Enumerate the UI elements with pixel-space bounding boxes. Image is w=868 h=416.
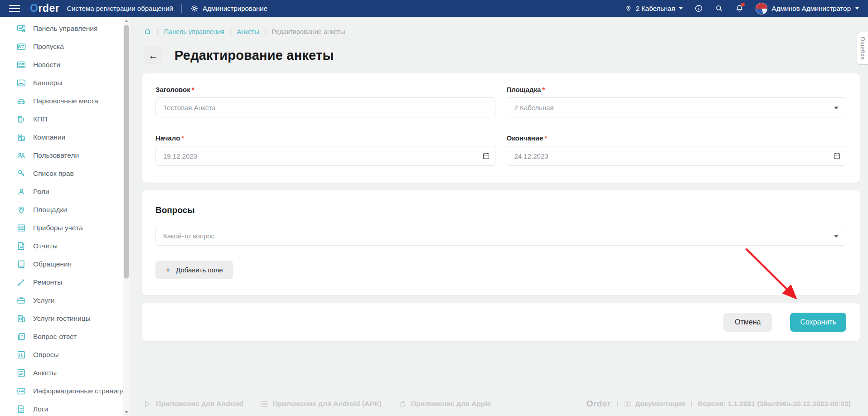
apple-icon <box>399 400 407 408</box>
sidebar-item-companies[interactable]: Компании <box>0 128 130 146</box>
user-menu[interactable]: Админов Администратор <box>756 3 859 15</box>
sidebar-item-info-pages[interactable]: Информационные страницы <box>0 382 130 400</box>
chevron-down-icon <box>679 7 683 10</box>
feedback-error-tab[interactable]: Ошибка <box>857 32 868 65</box>
breadcrumb-dashboard[interactable]: Панель управления <box>164 28 224 35</box>
field-label-title: Заголовок* <box>155 86 495 93</box>
page-title: Редактирование анкеты <box>175 48 334 63</box>
ticket-icon <box>16 259 26 269</box>
book-icon <box>624 400 631 408</box>
breadcrumb-current: Редактирование анкеты <box>272 28 345 35</box>
survey-details-card: Заголовок* Площадка* 2 Кабельная Начало* <box>142 73 860 183</box>
sidebar-item-roles[interactable]: Роли <box>0 183 130 201</box>
scrollbar-thumb[interactable] <box>124 25 129 279</box>
save-button[interactable]: Сохранить <box>790 313 846 332</box>
breadcrumb-separator: | <box>230 28 232 35</box>
sidebar-item-parking[interactable]: Парковочные места <box>0 92 130 110</box>
sidebar-item-surveys[interactable]: Анкеты <box>0 364 130 382</box>
triangle-down-icon <box>125 411 128 413</box>
info-button[interactable] <box>694 4 703 13</box>
documentation-link[interactable]: Документация <box>624 400 685 408</box>
android-apk-link[interactable]: APK Приложение для Android (APK) <box>261 400 382 408</box>
sidebar-item-faq[interactable]: ? Вопрос-ответ <box>0 328 130 346</box>
plus-icon <box>165 266 170 274</box>
breadcrumb-surveys[interactable]: Анкеты <box>237 28 259 35</box>
hamburger-menu-icon[interactable] <box>9 5 20 12</box>
triangle-up-icon <box>125 20 128 22</box>
admin-label: Администрирование <box>203 5 267 12</box>
required-mark: * <box>544 134 547 142</box>
parking-car-icon <box>16 96 26 106</box>
breadcrumb: | Панель управления | Анкеты | Редактиро… <box>144 28 868 35</box>
select-caret-icon <box>834 235 839 238</box>
notification-badge <box>741 3 745 6</box>
required-mark: * <box>181 134 184 142</box>
breadcrumb-separator: | <box>265 28 267 35</box>
question-select[interactable]: Какой-то вопрос <box>155 226 846 246</box>
sidebar-item-services[interactable]: Услуги <box>0 291 130 310</box>
site-select[interactable]: 2 Кабельная <box>507 97 847 117</box>
apple-app-link[interactable]: Приложение для Apple <box>399 400 491 408</box>
questions-section-title: Вопросы <box>155 205 846 215</box>
user-name: Админов Администратор <box>772 5 851 12</box>
top-navbar: Order Система регистрации обращений Адми… <box>0 0 868 17</box>
admin-menu[interactable]: Администрирование <box>190 4 267 13</box>
sidebar-item-meters[interactable]: Приборы учёта <box>0 219 130 237</box>
scroll-down-button[interactable] <box>123 409 130 415</box>
logs-icon <box>16 404 26 414</box>
sidebar-item-hotel-services[interactable]: Услуги гостиницы <box>0 310 130 328</box>
search-icon <box>715 4 723 13</box>
sidebar-item-tickets[interactable]: Обращения <box>0 255 130 273</box>
svg-text:?: ? <box>21 334 23 339</box>
sidebar-item-checkpoint[interactable]: КПП <box>0 110 130 128</box>
cancel-button[interactable]: Отмена <box>723 313 772 332</box>
back-button[interactable] <box>144 46 163 65</box>
sidebar-item-sites[interactable]: Площадки <box>0 201 130 219</box>
sidebar-item-news[interactable]: Новости <box>0 56 130 74</box>
android-app-link[interactable]: Приложение для Android <box>144 400 243 408</box>
info-icon <box>694 4 703 13</box>
sidebar-item-permissions[interactable]: Список прав <box>0 164 130 183</box>
questions-card: Вопросы Какой-то вопрос Добавить поле <box>142 190 860 295</box>
sidebar-item-dashboard[interactable]: Панель управления <box>0 19 130 38</box>
footer-separator: | <box>616 400 618 408</box>
start-date-input[interactable] <box>155 146 495 166</box>
brand-logo[interactable]: Order <box>30 3 59 14</box>
add-field-button[interactable]: Добавить поле <box>155 261 233 279</box>
main-content: | Панель управления | Анкеты | Редактиро… <box>130 17 868 416</box>
role-icon <box>16 187 26 197</box>
key-icon <box>16 169 26 179</box>
search-button[interactable] <box>715 4 723 13</box>
title-input[interactable] <box>155 97 495 117</box>
gear-icon <box>190 4 199 13</box>
sidebar: Панель управления Пропуска Новости Банне… <box>0 17 130 416</box>
home-icon[interactable] <box>144 28 151 35</box>
footer-separator: | <box>691 400 693 408</box>
sidebar-item-reports[interactable]: Отчёты <box>0 237 130 255</box>
scroll-up-button[interactable] <box>123 18 130 24</box>
sidebar-item-passes[interactable]: Пропуска <box>0 38 130 56</box>
select-caret-icon <box>834 107 839 110</box>
calendar-icon[interactable] <box>833 152 841 160</box>
sidebar-item-users[interactable]: Пользователи <box>0 146 130 164</box>
meter-icon <box>16 223 26 233</box>
faq-icon: ? <box>16 332 26 342</box>
calendar-icon[interactable] <box>482 152 490 160</box>
dashboard-icon <box>16 24 26 34</box>
location-pin-icon <box>16 205 26 215</box>
required-mark: * <box>542 86 545 93</box>
google-play-icon <box>144 400 151 408</box>
news-icon <box>16 60 26 70</box>
location-selector[interactable]: 2 Кабельная <box>625 5 682 12</box>
svg-text:APK: APK <box>262 403 267 405</box>
field-label-start: Начало* <box>155 134 495 142</box>
notifications-button[interactable] <box>735 4 744 13</box>
sidebar-item-banners[interactable]: Баннеры <box>0 74 130 92</box>
apk-file-icon: APK <box>261 400 268 408</box>
sidebar-item-polls[interactable]: Опросы <box>0 346 130 364</box>
survey-icon <box>16 368 26 378</box>
sidebar-item-logs[interactable]: Логи <box>0 400 130 416</box>
end-date-input[interactable] <box>507 146 847 166</box>
app-title: Система регистрации обращений <box>67 5 173 12</box>
sidebar-item-repairs[interactable]: Ремонты <box>0 273 130 291</box>
